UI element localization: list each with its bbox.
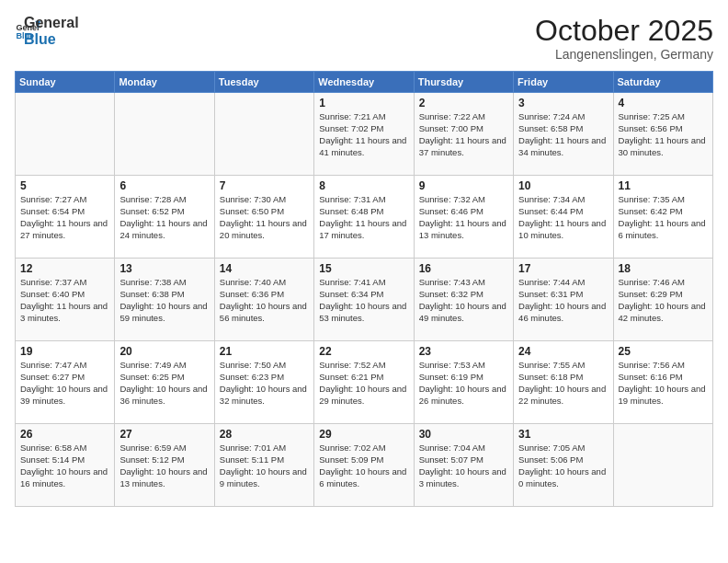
cell-w5-d2: 27Sunrise: 6:59 AM Sunset: 5:12 PM Dayli…	[115, 424, 214, 507]
day-info: Sunrise: 7:52 AM Sunset: 6:21 PM Dayligh…	[319, 360, 408, 407]
cell-w2-d6: 10Sunrise: 7:34 AM Sunset: 6:44 PM Dayli…	[514, 176, 613, 259]
cell-w1-d6: 3Sunrise: 7:24 AM Sunset: 6:58 PM Daylig…	[514, 93, 613, 176]
cell-w5-d5: 30Sunrise: 7:04 AM Sunset: 5:07 PM Dayli…	[414, 424, 513, 507]
col-thursday: Thursday	[414, 72, 513, 93]
day-number: 25	[619, 345, 708, 358]
day-number: 22	[319, 345, 408, 358]
day-number: 29	[319, 428, 408, 441]
calendar-body: 1Sunrise: 7:21 AM Sunset: 7:02 PM Daylig…	[16, 93, 713, 507]
week-row-1: 1Sunrise: 7:21 AM Sunset: 7:02 PM Daylig…	[16, 93, 713, 176]
cell-w1-d7: 4Sunrise: 7:25 AM Sunset: 6:56 PM Daylig…	[613, 93, 712, 176]
cell-w4-d6: 24Sunrise: 7:55 AM Sunset: 6:18 PM Dayli…	[514, 341, 613, 424]
day-info: Sunrise: 7:28 AM Sunset: 6:52 PM Dayligh…	[119, 194, 209, 241]
cell-w3-d4: 15Sunrise: 7:41 AM Sunset: 6:34 PM Dayli…	[314, 259, 414, 341]
page-header: General Blue General Blue October 2025 L…	[15, 15, 713, 62]
day-number: 9	[419, 179, 508, 192]
cell-w4-d7: 25Sunrise: 7:56 AM Sunset: 6:16 PM Dayli…	[613, 341, 712, 424]
day-number: 17	[518, 262, 608, 275]
day-info: Sunrise: 7:31 AM Sunset: 6:48 PM Dayligh…	[319, 194, 408, 241]
cell-w1-d2	[115, 93, 214, 176]
day-number: 1	[319, 97, 408, 109]
cell-w2-d2: 6Sunrise: 7:28 AM Sunset: 6:52 PM Daylig…	[115, 176, 214, 259]
title-block: October 2025 Langenenslingen, Germany	[535, 15, 713, 62]
day-info: Sunrise: 7:25 AM Sunset: 6:56 PM Dayligh…	[619, 111, 708, 158]
cell-w2-d4: 8Sunrise: 7:31 AM Sunset: 6:48 PM Daylig…	[314, 176, 414, 259]
day-info: Sunrise: 6:58 AM Sunset: 5:14 PM Dayligh…	[20, 442, 109, 489]
cell-w2-d7: 11Sunrise: 7:35 AM Sunset: 6:42 PM Dayli…	[613, 176, 712, 259]
day-info: Sunrise: 7:35 AM Sunset: 6:42 PM Dayligh…	[619, 194, 708, 241]
col-sunday: Sunday	[16, 72, 115, 93]
day-number: 16	[419, 262, 508, 275]
day-info: Sunrise: 7:01 AM Sunset: 5:11 PM Dayligh…	[220, 442, 309, 489]
day-info: Sunrise: 6:59 AM Sunset: 5:12 PM Dayligh…	[119, 442, 209, 489]
col-friday: Friday	[514, 72, 613, 93]
day-info: Sunrise: 7:02 AM Sunset: 5:09 PM Dayligh…	[319, 442, 408, 489]
day-info: Sunrise: 7:22 AM Sunset: 7:00 PM Dayligh…	[419, 111, 508, 158]
cell-w3-d6: 17Sunrise: 7:44 AM Sunset: 6:31 PM Dayli…	[514, 259, 613, 341]
cell-w4-d4: 22Sunrise: 7:52 AM Sunset: 6:21 PM Dayli…	[314, 341, 414, 424]
cell-w3-d3: 14Sunrise: 7:40 AM Sunset: 6:36 PM Dayli…	[214, 259, 313, 341]
day-number: 18	[619, 262, 708, 275]
col-wednesday: Wednesday	[314, 72, 414, 93]
week-row-2: 5Sunrise: 7:27 AM Sunset: 6:54 PM Daylig…	[16, 176, 713, 259]
location-subtitle: Langenenslingen, Germany	[535, 47, 713, 62]
day-info: Sunrise: 7:38 AM Sunset: 6:38 PM Dayligh…	[119, 277, 209, 324]
day-number: 12	[20, 262, 109, 275]
cell-w3-d7: 18Sunrise: 7:46 AM Sunset: 6:29 PM Dayli…	[613, 259, 712, 341]
day-number: 14	[220, 262, 309, 275]
day-number: 31	[518, 428, 608, 441]
cell-w5-d3: 28Sunrise: 7:01 AM Sunset: 5:11 PM Dayli…	[214, 424, 313, 507]
week-row-3: 12Sunrise: 7:37 AM Sunset: 6:40 PM Dayli…	[16, 259, 713, 341]
day-number: 5	[20, 179, 109, 192]
cell-w4-d2: 20Sunrise: 7:49 AM Sunset: 6:25 PM Dayli…	[115, 341, 214, 424]
day-info: Sunrise: 7:50 AM Sunset: 6:23 PM Dayligh…	[220, 360, 309, 407]
cell-w4-d3: 21Sunrise: 7:50 AM Sunset: 6:23 PM Dayli…	[214, 341, 313, 424]
day-info: Sunrise: 7:37 AM Sunset: 6:40 PM Dayligh…	[20, 277, 109, 324]
day-number: 11	[619, 179, 708, 192]
day-info: Sunrise: 7:34 AM Sunset: 6:44 PM Dayligh…	[518, 194, 608, 241]
day-info: Sunrise: 7:56 AM Sunset: 6:16 PM Dayligh…	[619, 360, 708, 407]
day-number: 27	[119, 428, 209, 441]
col-saturday: Saturday	[613, 72, 712, 93]
day-number: 21	[220, 345, 309, 358]
cell-w5-d6: 31Sunrise: 7:05 AM Sunset: 5:06 PM Dayli…	[514, 424, 613, 507]
day-info: Sunrise: 7:44 AM Sunset: 6:31 PM Dayligh…	[518, 277, 608, 324]
day-info: Sunrise: 7:53 AM Sunset: 6:19 PM Dayligh…	[419, 360, 508, 407]
cell-w1-d5: 2Sunrise: 7:22 AM Sunset: 7:00 PM Daylig…	[414, 93, 513, 176]
day-info: Sunrise: 7:46 AM Sunset: 6:29 PM Dayligh…	[619, 277, 708, 324]
cell-w4-d1: 19Sunrise: 7:47 AM Sunset: 6:27 PM Dayli…	[16, 341, 115, 424]
logo-general-text: General	[24, 15, 79, 31]
day-number: 7	[220, 179, 309, 192]
day-info: Sunrise: 7:24 AM Sunset: 6:58 PM Dayligh…	[518, 111, 608, 158]
month-title: October 2025	[535, 15, 713, 47]
col-tuesday: Tuesday	[214, 72, 313, 93]
day-number: 2	[419, 97, 508, 109]
col-monday: Monday	[115, 72, 214, 93]
cell-w3-d2: 13Sunrise: 7:38 AM Sunset: 6:38 PM Dayli…	[115, 259, 214, 341]
week-row-4: 19Sunrise: 7:47 AM Sunset: 6:27 PM Dayli…	[16, 341, 713, 424]
calendar-table: Sunday Monday Tuesday Wednesday Thursday…	[15, 71, 713, 507]
day-number: 13	[119, 262, 209, 275]
day-info: Sunrise: 7:04 AM Sunset: 5:07 PM Dayligh…	[419, 442, 508, 489]
cell-w2-d3: 7Sunrise: 7:30 AM Sunset: 6:50 PM Daylig…	[214, 176, 313, 259]
day-info: Sunrise: 7:55 AM Sunset: 6:18 PM Dayligh…	[518, 360, 608, 407]
day-number: 3	[518, 97, 608, 109]
cell-w1-d4: 1Sunrise: 7:21 AM Sunset: 7:02 PM Daylig…	[314, 93, 414, 176]
day-number: 23	[419, 345, 508, 358]
day-number: 8	[319, 179, 408, 192]
cell-w3-d1: 12Sunrise: 7:37 AM Sunset: 6:40 PM Dayli…	[16, 259, 115, 341]
day-number: 6	[119, 179, 209, 192]
header-row: Sunday Monday Tuesday Wednesday Thursday…	[16, 72, 713, 93]
day-info: Sunrise: 7:30 AM Sunset: 6:50 PM Dayligh…	[220, 194, 309, 241]
cell-w5-d7	[613, 424, 712, 507]
cell-w5-d4: 29Sunrise: 7:02 AM Sunset: 5:09 PM Dayli…	[314, 424, 414, 507]
day-info: Sunrise: 7:21 AM Sunset: 7:02 PM Dayligh…	[319, 111, 408, 158]
day-number: 20	[119, 345, 209, 358]
day-info: Sunrise: 7:49 AM Sunset: 6:25 PM Dayligh…	[119, 360, 209, 407]
cell-w5-d1: 26Sunrise: 6:58 AM Sunset: 5:14 PM Dayli…	[16, 424, 115, 507]
day-number: 15	[319, 262, 408, 275]
week-row-5: 26Sunrise: 6:58 AM Sunset: 5:14 PM Dayli…	[16, 424, 713, 507]
logo-blue-text: Blue	[24, 31, 79, 48]
day-number: 28	[220, 428, 309, 441]
cell-w3-d5: 16Sunrise: 7:43 AM Sunset: 6:32 PM Dayli…	[414, 259, 513, 341]
